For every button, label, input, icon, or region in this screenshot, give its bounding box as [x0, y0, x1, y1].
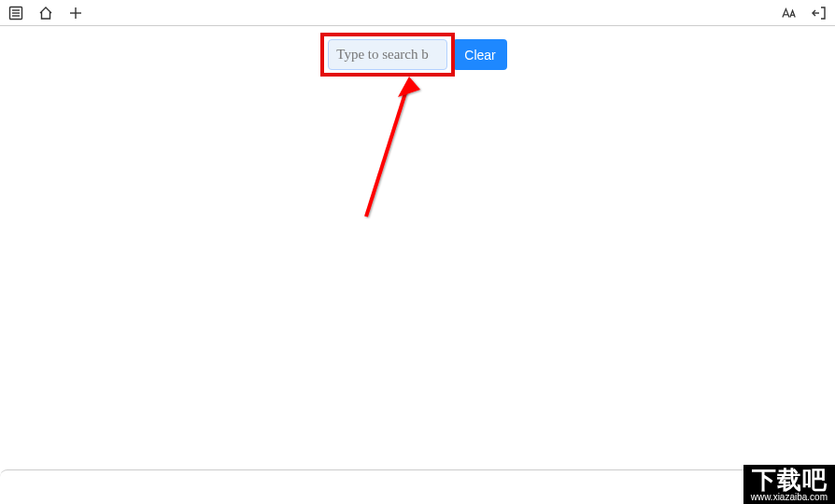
plus-icon[interactable]: [67, 5, 84, 21]
bottom-bar: [0, 469, 835, 488]
search-group: Clear: [328, 39, 506, 70]
search-input[interactable]: [328, 39, 447, 70]
exit-icon[interactable]: [811, 5, 828, 21]
font-size-icon[interactable]: [781, 5, 798, 21]
svg-line-8: [366, 81, 409, 217]
list-icon[interactable]: [7, 5, 24, 21]
watermark: 下载吧 www.xiazaiba.com: [743, 465, 835, 504]
toolbar-left: [7, 5, 84, 21]
watermark-url: www.xiazaiba.com: [751, 492, 828, 503]
toolbar-right: [781, 5, 828, 21]
main-area: Clear: [0, 26, 835, 70]
toolbar: [0, 0, 835, 26]
home-icon[interactable]: [37, 5, 54, 21]
svg-marker-9: [398, 77, 420, 97]
watermark-title: 下载吧: [751, 468, 828, 492]
annotation-arrow: [346, 77, 448, 226]
clear-button[interactable]: Clear: [453, 39, 506, 70]
